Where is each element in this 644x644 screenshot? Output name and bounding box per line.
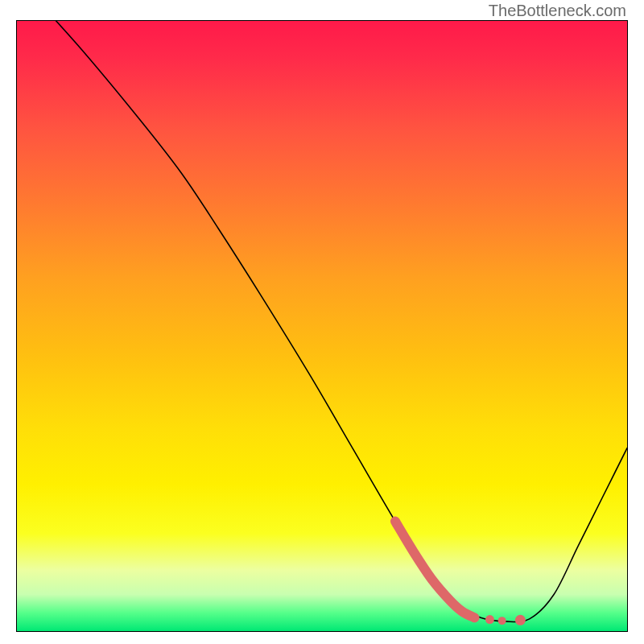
watermark-text: TheBottleneck.com <box>489 2 626 20</box>
curve-layer <box>17 21 627 631</box>
highlight-dots-group <box>485 615 526 625</box>
plot-area <box>16 20 628 632</box>
main-curve-line <box>17 21 627 622</box>
chart-container: TheBottleneck.com <box>0 0 644 644</box>
highlight-dot <box>515 615 526 625</box>
highlight-dot <box>498 617 506 625</box>
highlight-segment <box>395 522 475 618</box>
highlight-dot <box>485 615 494 624</box>
